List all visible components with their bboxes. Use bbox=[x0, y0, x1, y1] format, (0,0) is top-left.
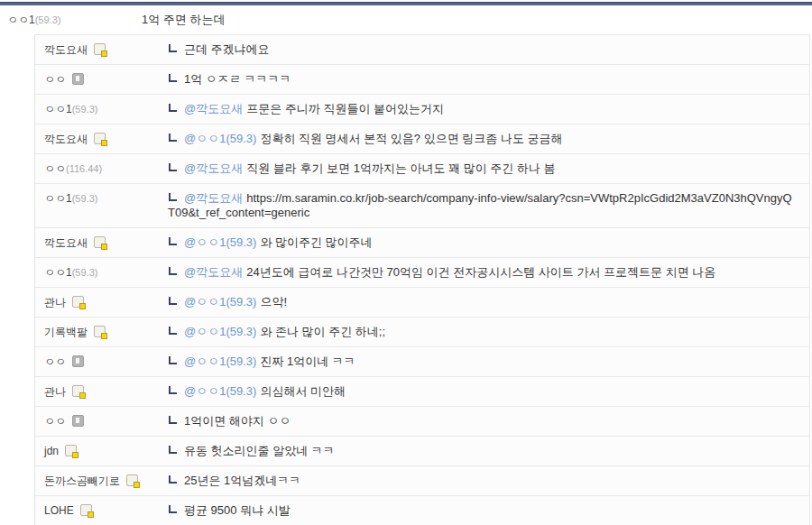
gallog-icon[interactable] bbox=[94, 236, 106, 248]
reply-content: @ㅇㅇ1(59.3)진짜 1억이네 ㅋㅋ bbox=[168, 355, 809, 369]
reply-content: @ㅇㅇ1(59.3)와 존나 많이 주긴 하네;; bbox=[168, 325, 809, 339]
reply-text: 의심해서 미안해 bbox=[260, 384, 346, 398]
guest-user-icon[interactable] bbox=[72, 415, 84, 427]
reply-author[interactable]: ㅇㅇ(116.44) bbox=[35, 161, 168, 176]
author-nick: 돈까스곰빼기로 bbox=[44, 474, 120, 487]
reply-mention[interactable]: @깍도요새 bbox=[184, 191, 243, 205]
author-nick: ㅇㅇ1 bbox=[44, 266, 72, 279]
gallog-icon[interactable] bbox=[94, 133, 106, 144]
gallog-icon[interactable] bbox=[80, 504, 92, 516]
reply-arrow-icon bbox=[169, 416, 177, 424]
reply-row: 돈까스곰빼기로 25년은 1억넘겠네ㅋㅋ bbox=[35, 466, 809, 496]
reply-author[interactable]: ㅇㅇ1(59.3) bbox=[35, 102, 168, 116]
reply-text: 으악! bbox=[260, 295, 287, 309]
reply-arrow-icon bbox=[169, 505, 177, 513]
reply-author[interactable]: ㅇㅇ bbox=[35, 414, 168, 428]
author-nick: ㅇㅇ1 bbox=[7, 14, 35, 26]
reply-mention[interactable]: @ㅇㅇ1(59.3) bbox=[184, 355, 256, 368]
reply-content: 25년은 1억넘겠네ㅋㅋ bbox=[168, 474, 809, 488]
reply-author[interactable]: ㅇㅇ bbox=[35, 355, 168, 369]
gallog-icon[interactable] bbox=[94, 326, 106, 337]
reply-row: ㅇㅇ1(59.3) @깍도요새https://m.saramin.co.kr/j… bbox=[35, 184, 809, 228]
reply-arrow-icon bbox=[169, 327, 177, 335]
reply-mention[interactable]: @깍도요새 bbox=[184, 102, 243, 115]
author-nick: 깍도요새 bbox=[44, 236, 88, 249]
reply-text: 와 존나 많이 주긴 하네;; bbox=[260, 325, 385, 338]
reply-author[interactable]: 깍도요새 bbox=[35, 42, 168, 57]
author-nick: ㅇㅇ bbox=[44, 162, 66, 175]
author-nick: ㅇㅇ bbox=[44, 73, 66, 86]
reply-arrow-icon bbox=[169, 356, 177, 364]
author-nick: ㅇㅇ1 bbox=[44, 192, 72, 205]
reply-arrow-icon bbox=[169, 237, 177, 245]
reply-content: @ㅇㅇ1(59.3)의심해서 미안해 bbox=[168, 384, 809, 399]
parent-author[interactable]: ㅇㅇ1(59.3) bbox=[7, 13, 142, 27]
gallog-icon[interactable] bbox=[72, 296, 84, 308]
reply-content: @깍도요새프문은 주니까 직원들이 붙어있는거지 bbox=[168, 102, 809, 116]
reply-arrow-icon bbox=[169, 475, 177, 484]
reply-author[interactable]: jdn bbox=[35, 444, 168, 458]
reply-mention[interactable]: @ㅇㅇ1(59.3) bbox=[184, 235, 256, 249]
gallog-icon[interactable] bbox=[94, 43, 106, 55]
reply-author[interactable]: ㅇㅇ1(59.3) bbox=[35, 191, 168, 206]
reply-row: ㅇㅇ1(59.3) @깍도요새24년도에 급여로 나간것만 70억임 이건 전자… bbox=[35, 258, 809, 288]
reply-author[interactable]: 기록백팔 bbox=[35, 325, 168, 339]
reply-mention[interactable]: @깍도요새 bbox=[184, 161, 243, 175]
reply-content: 유동 헛소리인줄 알았네 ㅋㅋ bbox=[168, 444, 809, 458]
author-ip: (59.3) bbox=[72, 104, 98, 115]
gallog-icon[interactable] bbox=[65, 445, 77, 456]
reply-author[interactable]: 돈까스곰빼기로 bbox=[35, 474, 168, 488]
reply-author[interactable]: 깍도요새 bbox=[35, 235, 168, 250]
reply-arrow-icon bbox=[169, 267, 177, 275]
author-ip: (59.3) bbox=[72, 267, 98, 278]
reply-content: @깍도요새직원 블라 후기 보면 1억까지는 아녀도 꽤 많이 주긴 하나 봄 bbox=[168, 161, 809, 176]
reply-text: 프문은 주니까 직원들이 붙어있는거지 bbox=[246, 102, 444, 115]
reply-author[interactable]: 관나 bbox=[35, 295, 168, 309]
reply-author[interactable]: 깍도요새 bbox=[35, 132, 168, 146]
reply-mention[interactable]: @ㅇㅇ1(59.3) bbox=[184, 325, 256, 338]
reply-text: 1억 ㅇㅈㄹ ㅋㅋㅋㅋ bbox=[184, 72, 291, 86]
reply-content: @깍도요새https://m.saramin.co.kr/job-search/… bbox=[168, 191, 809, 220]
reply-content: 1억이면 해야지 ㅇㅇ bbox=[168, 414, 809, 428]
gallog-icon[interactable] bbox=[72, 385, 84, 397]
guest-user-icon[interactable] bbox=[72, 73, 84, 85]
reply-row: ㅇㅇ 1억 ㅇㅈㄹ ㅋㅋㅋㅋ bbox=[35, 65, 809, 95]
parent-comment-row: ㅇㅇ1(59.3) 1억 주면 하는데 bbox=[0, 5, 812, 34]
reply-text: 진짜 1억이네 ㅋㅋ bbox=[260, 355, 355, 368]
author-nick: ㅇㅇ bbox=[44, 355, 66, 368]
reply-mention[interactable]: @ㅇㅇ1(59.3) bbox=[184, 132, 256, 145]
reply-author[interactable]: ㅇㅇ bbox=[35, 72, 168, 87]
reply-text: 평균 9500 뭐냐 시발 bbox=[184, 503, 291, 517]
reply-author[interactable]: 관나 bbox=[35, 384, 168, 399]
author-ip: (59.3) bbox=[72, 193, 98, 204]
reply-content: 근데 주겠냐에요 bbox=[168, 42, 809, 57]
author-nick: 깍도요새 bbox=[44, 133, 88, 145]
reply-author[interactable]: ㅇㅇ1(59.3) bbox=[35, 265, 168, 280]
reply-row: LOHE 평균 9500 뭐냐 시발 bbox=[35, 496, 809, 525]
reply-content: 평균 9500 뭐냐 시발 bbox=[168, 503, 809, 518]
author-nick: 관나 bbox=[44, 296, 66, 309]
reply-row: 깍도요새 근데 주겠냐에요 bbox=[35, 35, 809, 65]
reply-text: 정확히 직원 명세서 본적 있음? 있으면 링크좀 나도 궁금해 bbox=[260, 132, 562, 145]
reply-text: 직원 블라 후기 보면 1억까지는 아녀도 꽤 많이 주긴 하나 봄 bbox=[246, 161, 555, 175]
author-ip: (59.3) bbox=[35, 14, 61, 25]
reply-row: ㅇㅇ 1억이면 해야지 ㅇㅇ bbox=[35, 407, 809, 437]
parent-comment-text: 1억 주면 하는데 bbox=[142, 13, 812, 27]
reply-mention[interactable]: @깍도요새 bbox=[184, 265, 243, 279]
reply-arrow-icon bbox=[169, 386, 177, 394]
reply-arrow-icon bbox=[169, 74, 177, 82]
author-nick: ㅇㅇ1 bbox=[44, 103, 72, 115]
reply-mention[interactable]: @ㅇㅇ1(59.3) bbox=[184, 384, 256, 398]
reply-arrow-icon bbox=[169, 297, 177, 305]
guest-user-icon[interactable] bbox=[72, 355, 84, 367]
gallog-icon[interactable] bbox=[126, 474, 138, 486]
reply-arrow-icon bbox=[169, 163, 177, 171]
reply-text: 근데 주겠냐에요 bbox=[184, 42, 270, 56]
reply-arrow-icon bbox=[169, 446, 177, 454]
author-nick: ㅇㅇ bbox=[44, 415, 66, 428]
reply-author[interactable]: LOHE bbox=[35, 503, 168, 518]
reply-text: 25년은 1억넘겠네ㅋㅋ bbox=[184, 474, 300, 487]
reply-row: ㅇㅇ1(59.3) @깍도요새프문은 주니까 직원들이 붙어있는거지 bbox=[35, 95, 809, 124]
comment-thread: ㅇㅇ1(59.3) 1억 주면 하는데 깍도요새 근데 주겠냐에요 ㅇㅇ 1억 … bbox=[0, 2, 812, 525]
reply-mention[interactable]: @ㅇㅇ1(59.3) bbox=[184, 295, 256, 309]
